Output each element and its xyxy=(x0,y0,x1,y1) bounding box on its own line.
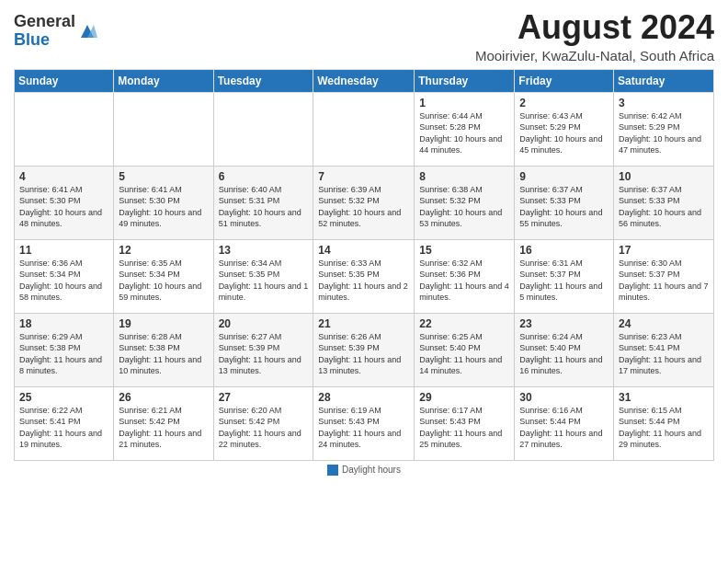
day-number: 27 xyxy=(219,391,309,404)
day-info: Sunrise: 6:23 AM Sunset: 5:41 PM Dayligh… xyxy=(619,331,709,377)
calendar-cell: 9Sunrise: 6:37 AM Sunset: 5:33 PM Daylig… xyxy=(515,166,614,239)
day-info: Sunrise: 6:32 AM Sunset: 5:36 PM Dayligh… xyxy=(419,258,509,304)
calendar-cell: 31Sunrise: 6:15 AM Sunset: 5:44 PM Dayli… xyxy=(614,386,714,460)
calendar-cell: 26Sunrise: 6:21 AM Sunset: 5:42 PM Dayli… xyxy=(114,386,213,460)
calendar-cell: 18Sunrise: 6:29 AM Sunset: 5:38 PM Dayli… xyxy=(15,313,114,386)
logo: General Blue xyxy=(14,13,97,50)
day-info: Sunrise: 6:34 AM Sunset: 5:35 PM Dayligh… xyxy=(219,258,309,304)
day-number: 25 xyxy=(19,391,108,404)
calendar-cell: 28Sunrise: 6:19 AM Sunset: 5:43 PM Dayli… xyxy=(313,386,415,460)
day-number: 11 xyxy=(19,244,108,257)
calendar-cell: 12Sunrise: 6:35 AM Sunset: 5:34 PM Dayli… xyxy=(114,239,213,313)
day-number: 18 xyxy=(19,317,108,330)
day-info: Sunrise: 6:30 AM Sunset: 5:37 PM Dayligh… xyxy=(619,258,709,304)
calendar-cell: 15Sunrise: 6:32 AM Sunset: 5:36 PM Dayli… xyxy=(415,239,515,313)
week-row-4: 18Sunrise: 6:29 AM Sunset: 5:38 PM Dayli… xyxy=(15,313,714,386)
day-number: 4 xyxy=(19,170,108,183)
title-block: August 2024 Mooirivier, KwaZulu-Natal, S… xyxy=(475,9,714,63)
day-info: Sunrise: 6:17 AM Sunset: 5:43 PM Dayligh… xyxy=(419,405,509,451)
calendar-cell: 27Sunrise: 6:20 AM Sunset: 5:42 PM Dayli… xyxy=(213,386,313,460)
calendar-cell: 25Sunrise: 6:22 AM Sunset: 5:41 PM Dayli… xyxy=(15,386,114,460)
calendar-cell: 16Sunrise: 6:31 AM Sunset: 5:37 PM Dayli… xyxy=(515,239,614,313)
day-number: 5 xyxy=(119,170,208,183)
day-number: 7 xyxy=(318,170,409,183)
day-info: Sunrise: 6:15 AM Sunset: 5:44 PM Dayligh… xyxy=(619,405,709,451)
day-info: Sunrise: 6:29 AM Sunset: 5:38 PM Dayligh… xyxy=(19,331,108,377)
day-info: Sunrise: 6:16 AM Sunset: 5:44 PM Dayligh… xyxy=(519,405,609,451)
calendar-cell xyxy=(15,92,114,166)
logo-general-text: General xyxy=(14,12,75,30)
footer: Daylight hours xyxy=(14,465,714,476)
calendar-cell: 22Sunrise: 6:25 AM Sunset: 5:40 PM Dayli… xyxy=(415,313,515,386)
day-number: 29 xyxy=(419,391,509,404)
calendar-cell: 20Sunrise: 6:27 AM Sunset: 5:39 PM Dayli… xyxy=(213,313,313,386)
legend-label: Daylight hours xyxy=(342,465,401,475)
calendar-cell: 6Sunrise: 6:40 AM Sunset: 5:31 PM Daylig… xyxy=(213,166,313,239)
main-title: August 2024 xyxy=(475,9,714,46)
day-info: Sunrise: 6:33 AM Sunset: 5:35 PM Dayligh… xyxy=(318,258,409,304)
day-info: Sunrise: 6:35 AM Sunset: 5:34 PM Dayligh… xyxy=(119,258,208,304)
week-row-5: 25Sunrise: 6:22 AM Sunset: 5:41 PM Dayli… xyxy=(15,386,714,460)
day-number: 8 xyxy=(419,170,509,183)
day-info: Sunrise: 6:26 AM Sunset: 5:39 PM Dayligh… xyxy=(318,331,409,377)
day-info: Sunrise: 6:41 AM Sunset: 5:30 PM Dayligh… xyxy=(19,184,108,230)
header-cell-monday: Monday xyxy=(114,69,213,92)
calendar-cell xyxy=(114,92,213,166)
header-cell-sunday: Sunday xyxy=(15,69,114,92)
day-info: Sunrise: 6:40 AM Sunset: 5:31 PM Dayligh… xyxy=(219,184,309,230)
calendar-cell: 23Sunrise: 6:24 AM Sunset: 5:40 PM Dayli… xyxy=(515,313,614,386)
day-number: 14 xyxy=(318,244,409,257)
calendar-body: 1Sunrise: 6:44 AM Sunset: 5:28 PM Daylig… xyxy=(15,92,714,460)
day-number: 3 xyxy=(619,97,709,109)
logo-icon xyxy=(77,21,97,41)
calendar-cell: 13Sunrise: 6:34 AM Sunset: 5:35 PM Dayli… xyxy=(213,239,313,313)
day-info: Sunrise: 6:20 AM Sunset: 5:42 PM Dayligh… xyxy=(219,405,309,451)
week-row-3: 11Sunrise: 6:36 AM Sunset: 5:34 PM Dayli… xyxy=(15,239,714,313)
day-info: Sunrise: 6:36 AM Sunset: 5:34 PM Dayligh… xyxy=(19,258,108,304)
day-info: Sunrise: 6:24 AM Sunset: 5:40 PM Dayligh… xyxy=(519,331,609,377)
day-info: Sunrise: 6:43 AM Sunset: 5:29 PM Dayligh… xyxy=(519,110,609,156)
header-cell-saturday: Saturday xyxy=(614,69,714,92)
day-number: 19 xyxy=(119,317,208,330)
calendar-cell: 10Sunrise: 6:37 AM Sunset: 5:33 PM Dayli… xyxy=(614,166,714,239)
day-number: 24 xyxy=(619,317,709,330)
week-row-1: 1Sunrise: 6:44 AM Sunset: 5:28 PM Daylig… xyxy=(15,92,714,166)
day-number: 10 xyxy=(619,170,709,183)
day-info: Sunrise: 6:38 AM Sunset: 5:32 PM Dayligh… xyxy=(419,184,509,230)
day-number: 21 xyxy=(318,317,409,330)
calendar-cell: 11Sunrise: 6:36 AM Sunset: 5:34 PM Dayli… xyxy=(15,239,114,313)
calendar-cell xyxy=(213,92,313,166)
day-info: Sunrise: 6:27 AM Sunset: 5:39 PM Dayligh… xyxy=(219,331,309,377)
day-info: Sunrise: 6:37 AM Sunset: 5:33 PM Dayligh… xyxy=(519,184,609,230)
day-info: Sunrise: 6:19 AM Sunset: 5:43 PM Dayligh… xyxy=(318,405,409,451)
legend-box xyxy=(327,465,338,476)
day-number: 30 xyxy=(519,391,609,404)
day-number: 6 xyxy=(219,170,309,183)
calendar-cell: 7Sunrise: 6:39 AM Sunset: 5:32 PM Daylig… xyxy=(313,166,415,239)
header-cell-wednesday: Wednesday xyxy=(313,69,415,92)
calendar-cell xyxy=(313,92,415,166)
calendar-cell: 21Sunrise: 6:26 AM Sunset: 5:39 PM Dayli… xyxy=(313,313,415,386)
day-info: Sunrise: 6:42 AM Sunset: 5:29 PM Dayligh… xyxy=(619,110,709,156)
day-info: Sunrise: 6:39 AM Sunset: 5:32 PM Dayligh… xyxy=(318,184,409,230)
day-number: 12 xyxy=(119,244,208,257)
day-number: 20 xyxy=(219,317,309,330)
page: General Blue August 2024 Mooirivier, Kwa… xyxy=(0,0,728,485)
calendar-cell: 8Sunrise: 6:38 AM Sunset: 5:32 PM Daylig… xyxy=(415,166,515,239)
day-number: 1 xyxy=(419,97,509,109)
day-number: 23 xyxy=(519,317,609,330)
calendar-cell: 29Sunrise: 6:17 AM Sunset: 5:43 PM Dayli… xyxy=(415,386,515,460)
header-row: SundayMondayTuesdayWednesdayThursdayFrid… xyxy=(15,69,714,92)
week-row-2: 4Sunrise: 6:41 AM Sunset: 5:30 PM Daylig… xyxy=(15,166,714,239)
day-info: Sunrise: 6:22 AM Sunset: 5:41 PM Dayligh… xyxy=(19,405,108,451)
calendar-cell: 19Sunrise: 6:28 AM Sunset: 5:38 PM Dayli… xyxy=(114,313,213,386)
calendar-header: SundayMondayTuesdayWednesdayThursdayFrid… xyxy=(15,69,714,92)
day-info: Sunrise: 6:28 AM Sunset: 5:38 PM Dayligh… xyxy=(119,331,208,377)
subtitle: Mooirivier, KwaZulu-Natal, South Africa xyxy=(475,48,714,63)
header-cell-tuesday: Tuesday xyxy=(213,69,313,92)
calendar-cell: 5Sunrise: 6:41 AM Sunset: 5:30 PM Daylig… xyxy=(114,166,213,239)
footer-legend: Daylight hours xyxy=(327,465,401,476)
day-number: 13 xyxy=(219,244,309,257)
day-number: 15 xyxy=(419,244,509,257)
logo-blue-text: Blue xyxy=(14,30,50,49)
